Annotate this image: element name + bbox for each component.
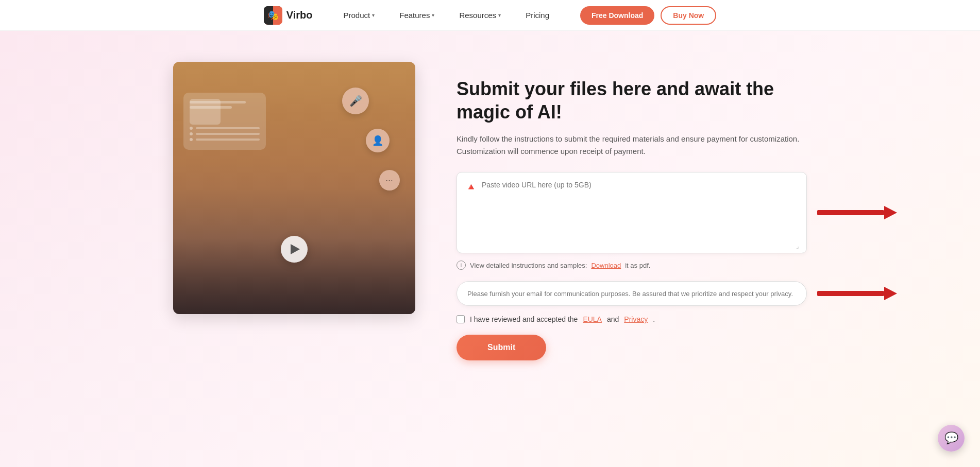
checkbox-label: I have reviewed and accepted the: [470, 315, 578, 323]
nav-pricing-label: Pricing: [526, 11, 549, 20]
microphone-icon: 🎤: [342, 88, 369, 114]
download-link[interactable]: Download: [591, 262, 621, 269]
checkbox-row: I have reviewed and accepted the EULA an…: [457, 315, 807, 323]
nav-buttons: Free Download Buy Now: [580, 6, 716, 25]
list-item: [190, 127, 260, 130]
list-dot: [190, 138, 193, 141]
nav-item-pricing[interactable]: Pricing: [521, 9, 553, 22]
url-arrow-annotation: [817, 203, 897, 222]
form-subtitle: Kindly follow the instructions to submit…: [457, 133, 807, 158]
buy-now-button[interactable]: Buy Now: [661, 6, 716, 25]
info-icon: i: [457, 261, 466, 270]
doc-list: [190, 127, 260, 141]
eula-link[interactable]: EULA: [583, 315, 602, 323]
email-arrow-annotation: [817, 284, 897, 303]
submit-button[interactable]: Submit: [457, 335, 546, 360]
chat-bubble-button[interactable]: 💬: [938, 425, 965, 452]
list-bar: [196, 139, 260, 141]
info-text: View detailed instructions and samples:: [470, 262, 587, 269]
chevron-down-icon: ▾: [432, 12, 434, 18]
email-input-area: [457, 281, 807, 306]
list-item: [190, 138, 260, 141]
form-title: Submit your files here and await the mag…: [457, 77, 807, 124]
list-bar: [196, 127, 260, 129]
doc-ui-overlay: [183, 93, 266, 150]
more-icon: ···: [379, 170, 400, 191]
checkbox-suffix: .: [653, 315, 655, 323]
right-arrow-icon: [817, 203, 897, 222]
play-triangle-icon: [291, 244, 300, 254]
google-drive-icon: 🔺: [465, 181, 477, 193]
person-icon: 👤: [366, 129, 390, 152]
url-input-wrapper: 🔺 ⌟: [457, 172, 807, 253]
chat-icon: 💬: [944, 431, 958, 445]
url-input-inner: 🔺: [465, 181, 798, 222]
url-input[interactable]: [482, 181, 798, 222]
list-dot: [190, 132, 193, 135]
nav-features-label: Features: [399, 11, 430, 20]
chevron-down-icon: ▾: [372, 12, 375, 18]
logo-area[interactable]: 🎭 Virbo: [264, 6, 313, 25]
logo-text: Virbo: [286, 9, 313, 21]
free-download-button[interactable]: Free Download: [580, 6, 654, 25]
nav-item-product[interactable]: Product ▾: [340, 9, 379, 22]
navbar: 🎭 Virbo Product ▾ Features ▾ Resources ▾…: [0, 0, 980, 31]
privacy-link[interactable]: Privacy: [624, 315, 648, 323]
list-bar: [196, 133, 260, 135]
email-input-wrapper: [457, 281, 807, 306]
svg-marker-5: [884, 287, 897, 300]
resize-handle-icon: ⌟: [796, 243, 803, 250]
eula-checkbox[interactable]: [457, 315, 465, 323]
svg-rect-1: [817, 210, 884, 215]
main-content: 🎤 👤 ··· Submit your files here and await…: [0, 31, 980, 467]
and-text: and: [607, 315, 619, 323]
nav-item-features[interactable]: Features ▾: [395, 9, 438, 22]
left-panel: 🎤 👤 ···: [173, 62, 415, 314]
logo-icon: 🎭: [264, 6, 282, 25]
email-input[interactable]: [467, 290, 796, 298]
info-suffix: it as pdf.: [625, 262, 650, 269]
right-arrow-icon: [817, 284, 897, 303]
svg-marker-2: [884, 206, 897, 219]
svg-rect-4: [817, 291, 884, 296]
video-container: 🎤 👤 ···: [173, 62, 415, 314]
nav-item-resources[interactable]: Resources ▾: [455, 9, 505, 22]
list-item: [190, 132, 260, 135]
list-dot: [190, 127, 193, 130]
doc-image: [190, 99, 221, 125]
chevron-down-icon: ▾: [498, 12, 501, 18]
right-panel: Submit your files here and await the mag…: [457, 62, 807, 360]
nav-product-label: Product: [344, 11, 370, 20]
nav-resources-label: Resources: [459, 11, 496, 20]
info-line: i View detailed instructions and samples…: [457, 261, 807, 270]
url-input-area: 🔺 ⌟: [457, 172, 807, 253]
play-button[interactable]: [281, 236, 308, 263]
